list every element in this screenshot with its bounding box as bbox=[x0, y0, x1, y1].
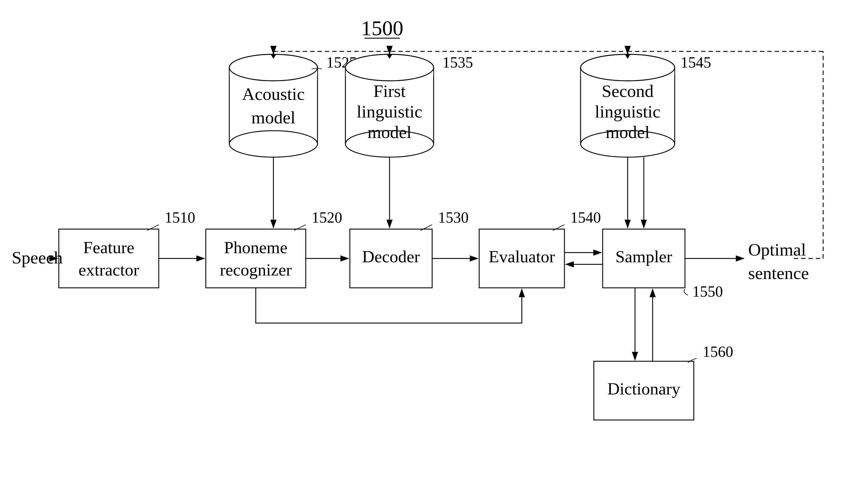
feature-extractor-id: 1510 bbox=[165, 209, 195, 226]
diagram-container: 1500 Acoustic model 1525 First linguisti… bbox=[0, 0, 864, 504]
speech-label: Speech bbox=[12, 248, 63, 267]
first-linguistic-id: 1535 bbox=[442, 54, 473, 71]
optimal-sentence-label: Optimal bbox=[748, 240, 806, 259]
acoustic-model-label: Acoustic bbox=[242, 84, 304, 104]
decoder-id: 1530 bbox=[438, 209, 469, 226]
sampler-id: 1550 bbox=[692, 283, 723, 300]
svg-point-5 bbox=[229, 131, 317, 157]
dictionary-id: 1560 bbox=[703, 343, 733, 360]
first-linguistic-label: First bbox=[373, 81, 406, 101]
svg-text:linguistic: linguistic bbox=[357, 102, 422, 121]
phoneme-recognizer-id: 1520 bbox=[312, 209, 342, 226]
sampler-label: Sampler bbox=[615, 247, 672, 266]
svg-text:model: model bbox=[368, 122, 411, 142]
feature-extractor-label: Feature bbox=[83, 238, 134, 257]
dictionary-label: Dictionary bbox=[607, 379, 680, 398]
diagram-title: 1500 bbox=[361, 16, 403, 40]
svg-text:model: model bbox=[251, 108, 296, 127]
phoneme-recognizer-label: Phoneme bbox=[224, 238, 288, 257]
second-linguistic-id: 1545 bbox=[681, 54, 711, 71]
svg-text:sentence: sentence bbox=[748, 263, 809, 283]
svg-text:model: model bbox=[605, 122, 650, 142]
evaluator-label: Evaluator bbox=[489, 247, 555, 266]
second-linguistic-label: Second bbox=[602, 81, 654, 101]
svg-text:extractor: extractor bbox=[79, 260, 139, 279]
svg-text:linguistic: linguistic bbox=[595, 102, 660, 121]
decoder-label: Decoder bbox=[362, 247, 420, 266]
evaluator-id: 1540 bbox=[570, 209, 601, 226]
svg-text:recognizer: recognizer bbox=[220, 260, 292, 279]
